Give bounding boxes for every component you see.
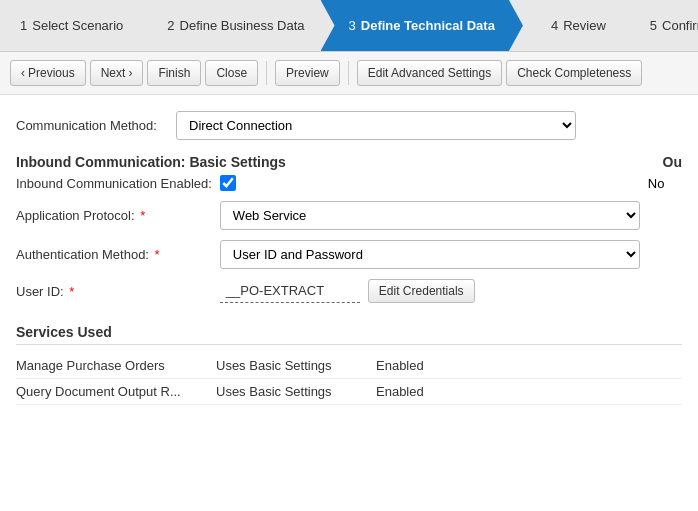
chevron-right-icon: › [128,66,132,80]
step-1-num: 1 [20,18,27,33]
toolbar-separator-2 [348,61,349,85]
toolbar: ‹ Previous Next › Finish Close Preview E… [0,52,698,95]
wizard-steps: 1 Select Scenario 2 Define Business Data… [0,0,698,52]
step-3-label: Define Technical Data [361,18,495,33]
communication-method-row: Communication Method: Direct Connection [16,111,682,140]
auth-method-label: Authentication Method: * [16,235,220,274]
app-protocol-row: Application Protocol: * Web Service [16,196,682,235]
app-protocol-cell: Web Service [220,196,648,235]
service-settings-0: Uses Basic Settings [216,353,376,379]
user-id-row: User ID: * __PO-EXTRACT Edit Credentials [16,274,682,308]
finish-button[interactable]: Finish [147,60,201,86]
wizard-step-3[interactable]: 3 Define Technical Data [321,0,523,51]
service-name-0: Manage Purchase Orders [16,353,216,379]
outbound-no-value: No [648,176,665,191]
service-status-0: Enabled [376,353,682,379]
content-area: Communication Method: Direct Connection … [0,95,698,405]
outbound-no-cell: No [648,170,682,196]
auth-method-required: * [155,247,160,262]
app-protocol-label: Application Protocol: * [16,196,220,235]
service-settings-1: Uses Basic Settings [216,379,376,405]
step-2-num: 2 [167,18,174,33]
outbound-section-title: Ou [663,154,682,170]
step-5-label: Confirmation [662,18,698,33]
edit-advanced-settings-button[interactable]: Edit Advanced Settings [357,60,502,86]
step-5-num: 5 [650,18,657,33]
wizard-step-2[interactable]: 2 Define Business Data [139,0,320,51]
services-section-title: Services Used [16,324,682,345]
user-id-value: __PO-EXTRACT [220,279,360,303]
close-button[interactable]: Close [205,60,258,86]
step-2-label: Define Business Data [180,18,305,33]
table-row: Query Document Output R... Uses Basic Se… [16,379,682,405]
table-row: Manage Purchase Orders Uses Basic Settin… [16,353,682,379]
step-1-label: Select Scenario [32,18,123,33]
app-protocol-select[interactable]: Web Service [220,201,640,230]
auth-method-cell: User ID and Password [220,235,648,274]
auth-method-select[interactable]: User ID and Password [220,240,640,269]
step-3-num: 3 [349,18,356,33]
user-id-cell: __PO-EXTRACT Edit Credentials [220,274,648,308]
inbound-section-title: Inbound Communication: Basic Settings [16,154,286,170]
wizard-step-5[interactable]: 5 Confirmation [622,0,698,51]
preview-button[interactable]: Preview [275,60,340,86]
step-4-label: Review [563,18,606,33]
next-button[interactable]: Next › [90,60,144,86]
inbound-enabled-cell [220,170,648,196]
section-header-row: Inbound Communication: Basic Settings Ou [16,154,682,170]
wizard-step-4[interactable]: 4 Review [523,0,622,51]
step-4-num: 4 [551,18,558,33]
edit-credentials-button[interactable]: Edit Credentials [368,279,475,303]
check-completeness-button[interactable]: Check Completeness [506,60,642,86]
inbound-enabled-label: Inbound Communication Enabled: [16,170,220,196]
userid-field-group: __PO-EXTRACT Edit Credentials [220,279,640,303]
form-table: Inbound Communication Enabled: No Applic… [16,170,682,308]
user-id-label: User ID: * [16,274,220,308]
service-name-1: Query Document Output R... [16,379,216,405]
app-protocol-required: * [140,208,145,223]
inbound-enabled-checkbox[interactable] [220,175,236,191]
auth-method-row: Authentication Method: * User ID and Pas… [16,235,682,274]
wizard-step-1[interactable]: 1 Select Scenario [0,0,139,51]
communication-method-select[interactable]: Direct Connection [176,111,576,140]
toolbar-separator-1 [266,61,267,85]
services-table: Manage Purchase Orders Uses Basic Settin… [16,353,682,405]
checkbox-wrapper [220,175,640,191]
user-id-required: * [69,284,74,299]
previous-button[interactable]: ‹ Previous [10,60,86,86]
chevron-left-icon: ‹ [21,66,25,80]
communication-method-label: Communication Method: [16,118,176,133]
service-status-1: Enabled [376,379,682,405]
inbound-enabled-row: Inbound Communication Enabled: No [16,170,682,196]
